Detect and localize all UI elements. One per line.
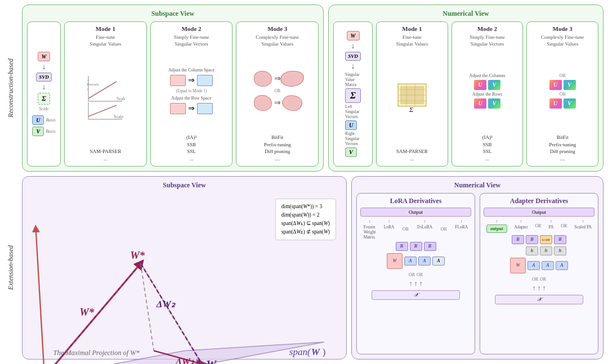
mode1-methods-top: SAM-PARSER... xyxy=(90,148,121,162)
mode2-arrow-row2: ⇒ xyxy=(170,103,213,114)
mode3-card-top: Mode 3 Complexly Fine-tuneSingular Value… xyxy=(236,21,319,167)
lora-or3: OR xyxy=(409,272,415,277)
sigma-matrix-top: Σ xyxy=(38,93,50,105)
lora-a-col: A A A xyxy=(404,257,445,266)
adjust-cols-label: Adjust the Columns xyxy=(470,73,506,78)
lora-or2: OR xyxy=(441,227,447,232)
svd-box-num-top: SVD xyxy=(345,52,361,61)
uv-row1: U V xyxy=(474,80,500,90)
lora-derivatives-panel: LoRA Derivatives Output ↑ FrozenWeightMa… xyxy=(356,193,475,354)
arrow-up1: ↑ xyxy=(369,219,371,224)
subspace-3d-area: span( W ) xyxy=(27,193,342,364)
v-matrix-top: V xyxy=(32,127,44,136)
arrow-up3: ↑ xyxy=(424,219,426,224)
num-mode3-methods: BitFitPrefix-tuningDiff pruning.... xyxy=(549,134,576,162)
svd-card-numerical-top: W ↓ SVD ↓ SingularValueMatrix Σ LeftSing… xyxy=(333,21,373,167)
num-mode1-card: Mode 1 Fine-tuneSingular Values Σ xyxy=(376,21,448,167)
blob1 xyxy=(254,71,272,87)
adapter-h-blocks: h h h xyxy=(512,246,566,255)
lora-arrows-down: ↑ ↑ ↑ xyxy=(409,280,423,288)
svd-box-top: SVD xyxy=(36,73,52,82)
singular-value-label: SingularValueMatrix xyxy=(345,72,359,87)
adapter-output-bar: Output xyxy=(484,208,594,217)
svg-line-29 xyxy=(141,263,154,350)
num-mode2-card: Mode 2 Simply Fine-tuneSingular Vectors … xyxy=(451,21,524,167)
arrow-svd1: ↓ xyxy=(42,63,46,71)
adapter-or3: OR xyxy=(532,277,538,282)
adapter-b2: B xyxy=(526,235,538,244)
adapter-scale-block: scale xyxy=(540,235,552,244)
adapter-w-block: W xyxy=(510,258,526,273)
main-container: Reconstruction-based Subspace View W ↓ S… xyxy=(0,0,608,364)
adapter-arr3: ↑ xyxy=(543,284,546,293)
w-matrix-top: W xyxy=(38,52,51,61)
formula-line3: span(ΔW₁) ⊆ span(W) xyxy=(281,219,330,228)
num-mode3-or2: OR xyxy=(560,92,566,97)
mode2-block-after2 xyxy=(197,103,213,114)
numerical-title-top: Numerical View xyxy=(333,10,598,18)
subspace-view-top: Subspace View W ↓ SVD ↓ Σ Scale U Basis xyxy=(22,5,324,172)
mode3-blobs1: ⇒ xyxy=(254,71,301,87)
mode2-card-top: Mode 2 Simply Fine-tuneSingular Vectors … xyxy=(150,21,233,167)
lora-method-trilora: TriLoRA xyxy=(417,224,433,230)
numerical-mode-cards-top: W ↓ SVD ↓ SingularValueMatrix Σ LeftSing… xyxy=(333,21,598,167)
adapter-arrow-up1: ↑ xyxy=(495,219,498,224)
adapter-arr2: ↑ xyxy=(538,284,541,293)
adapter-a-col: A A A xyxy=(527,261,568,270)
mode2-col-space-label: Adjust the Column Space xyxy=(168,68,214,73)
mode2-methods-top: (IA)³SSBSSL... xyxy=(186,134,196,162)
u-block2: U xyxy=(474,98,486,109)
mode2-diagram-top: Adjust the Column Space ⇒ (Equal to Mode… xyxy=(154,50,229,132)
w-num-top: W xyxy=(347,31,360,41)
svg-line-23 xyxy=(36,228,45,364)
sigma-num-top: Σ xyxy=(345,88,361,103)
adapter-or1: OR xyxy=(535,223,541,228)
svg-text:W*: W* xyxy=(130,249,145,261)
svg-text:ΔW₁: ΔW₁ xyxy=(175,356,194,364)
mode1-label-top: Mode 1 xyxy=(96,25,115,32)
svg-text:W: W xyxy=(311,347,321,357)
scale-label-top: Scale xyxy=(39,106,48,111)
lora-output-bar: Output xyxy=(360,208,471,217)
adapter-title: Adapter Derivatives xyxy=(510,197,568,205)
lora-or4: OR xyxy=(417,272,423,277)
mode1-svg2: Scale xyxy=(86,100,125,122)
uv-row3: U V xyxy=(549,80,576,90)
svg-text:The Maximal Projection of W*: The Maximal Projection of W* xyxy=(53,349,140,357)
mode3-diagram-top: ⇒ OR ⇒ xyxy=(240,50,315,132)
num-mode3-card: Mode 3 Complexly Fine-tuneSingular Value… xyxy=(526,21,598,167)
adapter-method1: Adapter xyxy=(514,224,527,230)
num-mode1-svg: Σ xyxy=(392,81,432,115)
mode-cards-row-top: W ↓ SVD ↓ Σ Scale U Basis V Basis xyxy=(27,21,319,167)
lora-input-bar: 𝒳 xyxy=(372,290,461,300)
svg-text:Scale: Scale xyxy=(114,114,124,119)
v-block3: V xyxy=(564,80,576,90)
adapter-a2: A xyxy=(542,261,554,270)
num-mode3-or1: OR xyxy=(560,73,566,78)
mode3-methods-top: BitFitPrefix-tuningDiff pruning.... xyxy=(264,134,291,162)
u-block4: U xyxy=(549,98,562,109)
numerical-view-top: Numerical View W ↓ SVD ↓ SingularValueMa… xyxy=(328,5,603,172)
numerical-title-bottom: Numerical View xyxy=(356,181,598,190)
lora-method-frozen: FrozenWeightMatrix xyxy=(364,224,375,240)
svg-text:↓: ↓ xyxy=(87,77,89,82)
num-mode1-desc: Fine-tuneSingular Values xyxy=(396,34,428,47)
lora-b-blocks: B B B xyxy=(396,242,436,251)
numerical-view-bottom: Numerical View LoRA Derivatives Output ↑… xyxy=(351,176,603,359)
adapter-arrow-up2: ↑ xyxy=(520,219,522,224)
basis-v-top: Basis xyxy=(46,129,55,134)
svg-text:): ) xyxy=(323,347,326,357)
mode2-equal-label: (Equal to Mode 1) xyxy=(176,88,207,93)
mode3-or1: OR xyxy=(274,88,280,93)
derivatives-row: LoRA Derivatives Output ↑ FrozenWeightMa… xyxy=(356,193,598,354)
lora-method-flora: FLoRA xyxy=(455,224,468,230)
adapter-arrow-up3: ↑ xyxy=(550,219,552,224)
extension-label: Extension-based xyxy=(5,176,17,359)
uv-row4: U V xyxy=(549,98,576,109)
lora-title: LoRA Derivatives xyxy=(390,197,442,205)
mode2-label-top: Mode 2 xyxy=(181,25,201,32)
adapter-or-row: OR OR xyxy=(532,277,546,282)
reconstruction-label: Reconstruction-based xyxy=(5,5,17,172)
adapter-b-blocks: B B scale B xyxy=(512,235,566,244)
lora-arr1: ↑ xyxy=(409,280,413,288)
